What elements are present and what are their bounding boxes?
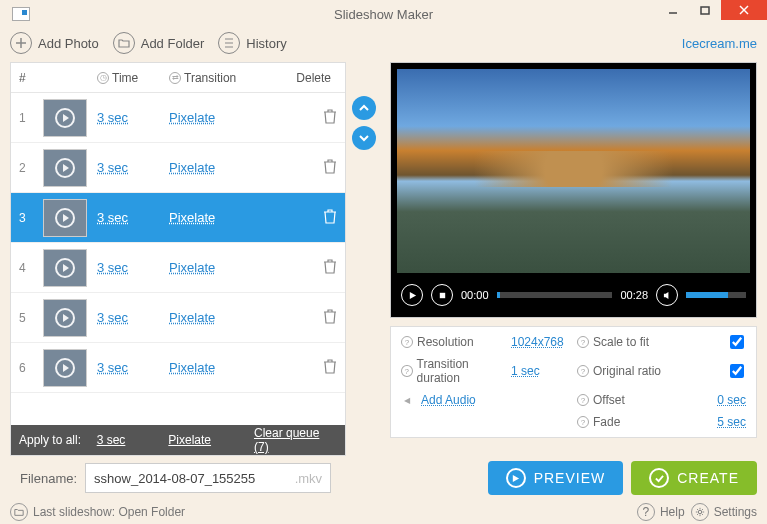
apply-time[interactable]: 3 sec — [97, 433, 126, 447]
last-slideshow-label: Last slideshow: Open Folder — [33, 505, 185, 519]
folder-icon — [113, 32, 135, 54]
help-icon: ? — [401, 365, 413, 377]
move-up-button[interactable] — [352, 96, 376, 120]
stop-button[interactable] — [431, 284, 453, 306]
table-row[interactable]: 23 secPixelate — [11, 143, 345, 193]
preview-image — [397, 69, 750, 273]
history-icon — [218, 32, 240, 54]
help-button[interactable]: ? Help — [637, 503, 685, 521]
delete-button[interactable] — [277, 258, 337, 277]
audio-icon: ◀ — [401, 394, 413, 406]
preview-button[interactable]: PREVIEW — [488, 461, 624, 495]
help-icon: ? — [577, 394, 589, 406]
volume-bar[interactable] — [686, 292, 746, 298]
row-transition[interactable]: Pixelate — [169, 310, 215, 325]
ratio-checkbox[interactable] — [730, 364, 744, 378]
svg-marker-9 — [663, 291, 668, 298]
thumbnail[interactable] — [43, 299, 87, 337]
filename-input[interactable]: sshow_2014-08-07_155255 .mkv — [85, 463, 331, 493]
row-time[interactable]: 3 sec — [97, 160, 128, 175]
toolbar: Add Photo Add Folder History Icecream.me — [0, 28, 767, 58]
delete-button[interactable] — [277, 158, 337, 177]
help-icon: ? — [577, 416, 589, 428]
mute-button[interactable] — [656, 284, 678, 306]
add-audio[interactable]: Add Audio — [421, 393, 476, 407]
row-num: 3 — [19, 211, 43, 225]
filename-value: sshow_2014-08-07_155255 — [94, 471, 255, 486]
row-transition[interactable]: Pixelate — [169, 360, 215, 375]
col-delete: Delete — [277, 71, 337, 85]
offset-value[interactable]: 0 sec — [717, 393, 746, 407]
row-transition[interactable]: Pixelate — [169, 110, 215, 125]
scale-checkbox[interactable] — [730, 335, 744, 349]
delete-button[interactable] — [277, 308, 337, 327]
seek-bar[interactable] — [497, 292, 613, 298]
table-row[interactable]: 33 secPixelate — [11, 193, 345, 243]
settings-box: ?Resolution 1024x768 ?Scale to fit ?Tran… — [390, 326, 757, 438]
thumbnail[interactable] — [43, 199, 87, 237]
folder-icon — [10, 503, 28, 521]
play-icon — [55, 208, 75, 228]
resolution-value[interactable]: 1024x768 — [511, 335, 564, 349]
row-transition[interactable]: Pixelate — [169, 160, 215, 175]
fade-label: Fade — [593, 415, 620, 429]
scale-label: Scale to fit — [593, 335, 649, 349]
apply-label: Apply to all: — [19, 433, 97, 447]
play-button[interactable] — [401, 284, 423, 306]
transition-icon: ⇄ — [169, 72, 181, 84]
play-icon — [55, 108, 75, 128]
brand-link[interactable]: Icecream.me — [676, 36, 757, 51]
fade-value[interactable]: 5 sec — [717, 415, 746, 429]
apply-row: Apply to all: 3 sec Pixelate Clear queue… — [11, 425, 345, 455]
filename-ext: .mkv — [295, 471, 322, 486]
maximize-button[interactable] — [689, 0, 721, 20]
trdur-value[interactable]: 1 sec — [511, 364, 540, 378]
col-transition: Transition — [184, 71, 236, 85]
titlebar: Slideshow Maker — [0, 0, 767, 28]
thumbnail[interactable] — [43, 249, 87, 287]
delete-button[interactable] — [277, 108, 337, 127]
row-time[interactable]: 3 sec — [97, 260, 128, 275]
col-num: # — [19, 71, 43, 85]
apply-transition[interactable]: Pixelate — [168, 433, 211, 447]
delete-button[interactable] — [277, 208, 337, 227]
table-row[interactable]: 43 secPixelate — [11, 243, 345, 293]
table-row[interactable]: 53 secPixelate — [11, 293, 345, 343]
filename-label: Filename: — [10, 471, 77, 486]
help-icon: ? — [637, 503, 655, 521]
row-num: 2 — [19, 161, 43, 175]
thumbnail[interactable] — [43, 149, 87, 187]
close-button[interactable] — [721, 0, 767, 20]
minimize-button[interactable] — [657, 0, 689, 20]
settings-button[interactable]: Settings — [691, 503, 757, 521]
open-folder-button[interactable]: Last slideshow: Open Folder — [10, 503, 185, 521]
row-transition[interactable]: Pixelate — [169, 210, 215, 225]
table-row[interactable]: 13 secPixelate — [11, 93, 345, 143]
move-down-button[interactable] — [352, 126, 376, 150]
settings-label: Settings — [714, 505, 757, 519]
play-icon — [55, 308, 75, 328]
thumbnail[interactable] — [43, 99, 87, 137]
table-row[interactable]: 63 secPixelate — [11, 343, 345, 393]
row-time[interactable]: 3 sec — [97, 360, 128, 375]
row-time[interactable]: 3 sec — [97, 310, 128, 325]
clear-queue[interactable]: Clear queue (7) — [254, 426, 319, 454]
svg-marker-10 — [513, 474, 519, 481]
svg-rect-1 — [701, 7, 709, 14]
add-photo-button[interactable]: Add Photo — [10, 32, 99, 54]
col-time: Time — [112, 71, 138, 85]
slide-table: # ◷Time ⇄Transition Delete 13 secPixelat… — [10, 62, 346, 456]
add-folder-button[interactable]: Add Folder — [113, 32, 205, 54]
row-num: 4 — [19, 261, 43, 275]
thumbnail[interactable] — [43, 349, 87, 387]
history-button[interactable]: History — [218, 32, 286, 54]
create-label: CREATE — [677, 470, 739, 486]
delete-button[interactable] — [277, 358, 337, 377]
preview-label: PREVIEW — [534, 470, 606, 486]
row-time[interactable]: 3 sec — [97, 210, 128, 225]
preview-pane: 00:00 00:28 — [390, 62, 757, 318]
create-button[interactable]: CREATE — [631, 461, 757, 495]
row-transition[interactable]: Pixelate — [169, 260, 215, 275]
row-time[interactable]: 3 sec — [97, 110, 128, 125]
history-label: History — [246, 36, 286, 51]
